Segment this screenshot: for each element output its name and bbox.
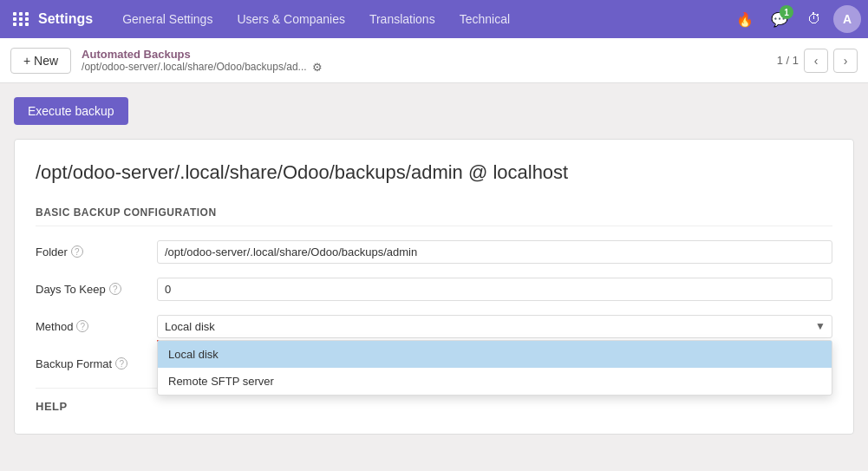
app-title[interactable]: Settings xyxy=(38,11,93,27)
pagination-text: 1 / 1 xyxy=(777,54,799,67)
chat-icon-btn[interactable]: 💬 1 xyxy=(764,3,795,35)
folder-label: Folder ? xyxy=(36,240,157,258)
nav-item-translations[interactable]: Translations xyxy=(357,0,447,38)
method-dropdown-options: Local disk Remote SFTP server xyxy=(157,340,832,396)
nav-item-users-companies[interactable]: Users & Companies xyxy=(225,0,357,38)
settings-gear-icon[interactable]: ⚙ xyxy=(312,61,323,74)
prev-arrow[interactable]: ‹ xyxy=(804,49,828,73)
clock-icon-btn[interactable]: ⏱ xyxy=(799,3,830,35)
days-to-keep-help-marker[interactable]: ? xyxy=(109,283,121,295)
method-label: Method ? xyxy=(36,315,157,333)
form-fields: Folder ? Days To Keep ? Method ? Loca xyxy=(36,240,832,370)
pagination: 1 / 1 ‹ › xyxy=(777,49,858,73)
breadcrumb-parent[interactable]: Automated Backups xyxy=(82,48,322,61)
main-content: Execute backup /opt/odoo-server/.local/s… xyxy=(0,83,868,448)
fire-icon: 🔥 xyxy=(736,11,754,28)
execute-backup-button[interactable]: Execute backup xyxy=(14,97,128,125)
next-arrow[interactable]: › xyxy=(833,49,858,73)
breadcrumb-sub: /opt/odoo-server/.local/share/Odoo/backu… xyxy=(82,61,322,74)
backup-format-label-wrapper: Backup Format ? xyxy=(36,352,157,370)
help-label: HELP xyxy=(36,400,68,413)
folder-value-wrapper xyxy=(157,240,832,264)
user-avatar[interactable]: A xyxy=(833,5,861,33)
chat-badge: 1 xyxy=(780,5,793,19)
nav-item-technical[interactable]: Technical xyxy=(447,0,522,38)
method-help-marker[interactable]: ? xyxy=(76,320,88,332)
breadcrumb-bar: + New Automated Backups /opt/odoo-server… xyxy=(0,38,868,83)
nav-menu: General Settings Users & Companies Trans… xyxy=(110,0,726,38)
clock-icon: ⏱ xyxy=(807,11,821,27)
grid-menu-icon[interactable] xyxy=(7,5,35,33)
nav-item-general-settings[interactable]: General Settings xyxy=(110,0,225,38)
days-to-keep-input[interactable] xyxy=(157,278,832,301)
navbar: Settings General Settings Users & Compan… xyxy=(0,0,868,38)
method-select[interactable]: Local disk Remote SFTP server xyxy=(157,315,832,338)
new-button[interactable]: + New xyxy=(10,48,71,74)
breadcrumb-content: Automated Backups /opt/odoo-server/.loca… xyxy=(82,48,322,74)
record-title: /opt/odoo-server/.local/share/Odoo/backu… xyxy=(36,160,832,186)
navbar-right: 🔥 💬 1 ⏱ A xyxy=(729,3,861,35)
backup-format-help-marker[interactable]: ? xyxy=(115,357,127,370)
folder-input[interactable] xyxy=(157,240,832,264)
days-to-keep-label: Days To Keep ? xyxy=(36,278,157,296)
dropdown-option-remote-sftp[interactable]: Remote SFTP server xyxy=(158,368,832,395)
breadcrumb-path: /opt/odoo-server/.local/share/Odoo/backu… xyxy=(82,61,306,73)
fire-icon-btn[interactable]: 🔥 xyxy=(729,3,760,35)
folder-help-marker[interactable]: ? xyxy=(71,245,83,258)
days-to-keep-value-wrapper xyxy=(157,278,832,301)
method-dropdown-container: Local disk Remote SFTP server ▼ Local di… xyxy=(157,315,832,338)
section-title: BASIC BACKUP CONFIGURATION xyxy=(36,206,832,226)
dropdown-option-local-disk[interactable]: Local disk xyxy=(158,341,832,368)
form-card: /opt/odoo-server/.local/share/Odoo/backu… xyxy=(14,139,854,435)
